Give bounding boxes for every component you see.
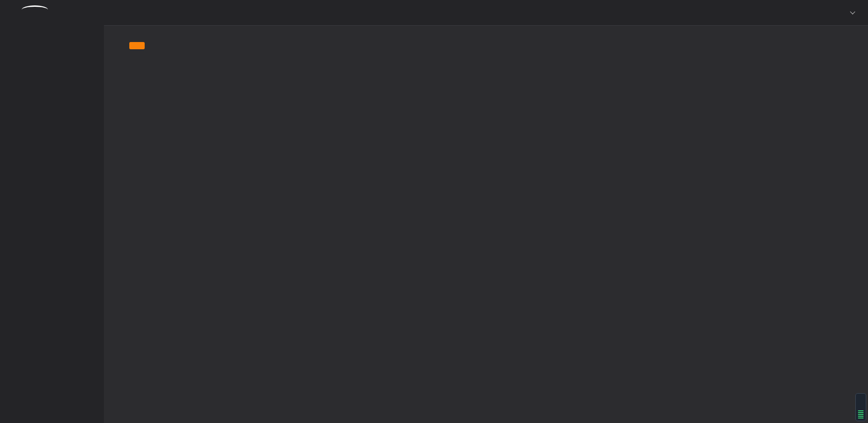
topbar-right (832, 12, 854, 14)
chevron-down-icon (850, 9, 855, 14)
app-root (0, 0, 868, 423)
sidebar (0, 0, 104, 423)
topbar (104, 0, 868, 26)
main-column (104, 0, 868, 423)
app-logo (0, 5, 104, 29)
logo-arc (22, 5, 48, 14)
floating-widget[interactable] (855, 393, 866, 421)
breadcrumb-item-root[interactable] (129, 9, 145, 16)
user-menu[interactable] (844, 12, 854, 14)
promo-settings-button[interactable] (129, 42, 145, 49)
content (104, 26, 868, 423)
user-icon (154, 9, 161, 16)
breadcrumb (129, 9, 178, 16)
breadcrumb-item-member[interactable] (154, 9, 169, 16)
doc-icon (129, 9, 137, 16)
